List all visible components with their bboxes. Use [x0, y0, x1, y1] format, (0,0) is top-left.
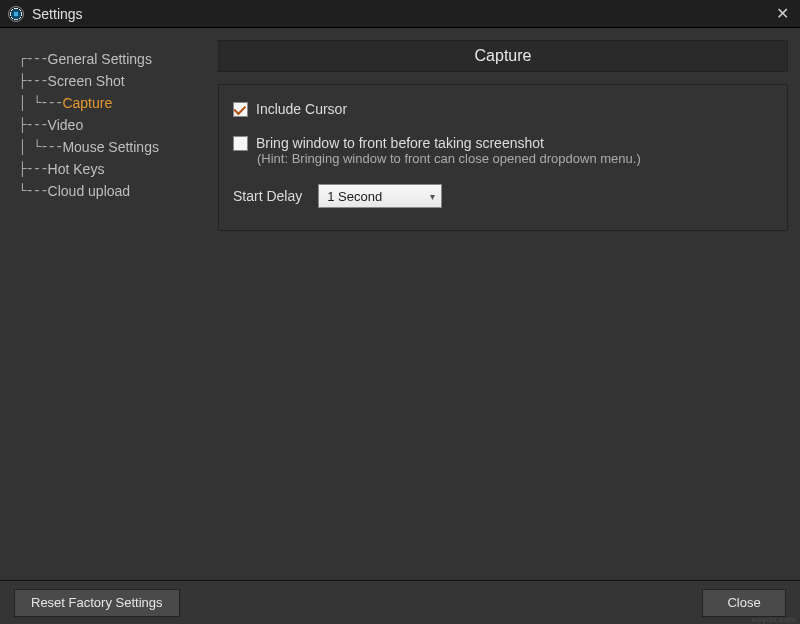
tree-prefix: ├---	[18, 117, 48, 133]
tree-item-hot-keys[interactable]: ├--- Hot Keys	[18, 158, 210, 180]
app-icon	[8, 6, 24, 22]
tree-prefix: │ └---	[18, 95, 62, 111]
tree-label: Screen Shot	[48, 73, 125, 89]
include-cursor-row: Include Cursor	[233, 101, 773, 117]
close-button[interactable]: Close	[702, 589, 786, 617]
start-delay-row: Start Delay 1 Second ▾	[233, 184, 773, 208]
titlebar: Settings ✕	[0, 0, 800, 28]
content-panel: Capture Include Cursor Bring window to f…	[210, 28, 800, 580]
bring-front-label: Bring window to front before taking scre…	[256, 135, 544, 151]
start-delay-label: Start Delay	[233, 188, 302, 204]
chevron-down-icon: ▾	[430, 191, 435, 202]
tree-label: Cloud upload	[48, 183, 131, 199]
tree-prefix: │ └---	[18, 139, 62, 155]
include-cursor-label: Include Cursor	[256, 101, 347, 117]
tree-prefix: └---	[18, 183, 48, 199]
tree-label: Capture	[62, 95, 112, 111]
include-cursor-checkbox[interactable]	[233, 102, 248, 117]
reset-factory-settings-button[interactable]: Reset Factory Settings	[14, 589, 180, 617]
tree-label: General Settings	[48, 51, 152, 67]
tree-prefix: ┌---	[18, 51, 48, 67]
tree-item-general-settings[interactable]: ┌--- General Settings	[18, 48, 210, 70]
close-icon[interactable]: ✕	[772, 6, 792, 22]
start-delay-value: 1 Second	[327, 189, 382, 204]
tree-prefix: ├---	[18, 161, 48, 177]
bring-front-row: Bring window to front before taking scre…	[233, 135, 773, 151]
settings-tree: ┌--- General Settings ├--- Screen Shot │…	[0, 28, 210, 580]
tree-item-video[interactable]: ├--- Video	[18, 114, 210, 136]
start-delay-select[interactable]: 1 Second ▾	[318, 184, 442, 208]
tree-item-mouse-settings[interactable]: │ └--- Mouse Settings	[18, 136, 210, 158]
main: ┌--- General Settings ├--- Screen Shot │…	[0, 28, 800, 580]
panel-title: Capture	[218, 40, 788, 72]
panel-body: Include Cursor Bring window to front bef…	[218, 84, 788, 231]
tree-label: Hot Keys	[48, 161, 105, 177]
tree-prefix: ├---	[18, 73, 48, 89]
tree-item-screen-shot[interactable]: ├--- Screen Shot	[18, 70, 210, 92]
tree-label: Mouse Settings	[62, 139, 159, 155]
bring-front-hint: (Hint: Bringing window to front can clos…	[257, 151, 773, 166]
tree-item-cloud-upload[interactable]: └--- Cloud upload	[18, 180, 210, 202]
footer: Reset Factory Settings Close	[0, 580, 800, 624]
tree-label: Video	[48, 117, 84, 133]
bring-front-checkbox[interactable]	[233, 136, 248, 151]
tree-item-capture[interactable]: │ └--- Capture	[18, 92, 210, 114]
window-title: Settings	[32, 6, 83, 22]
